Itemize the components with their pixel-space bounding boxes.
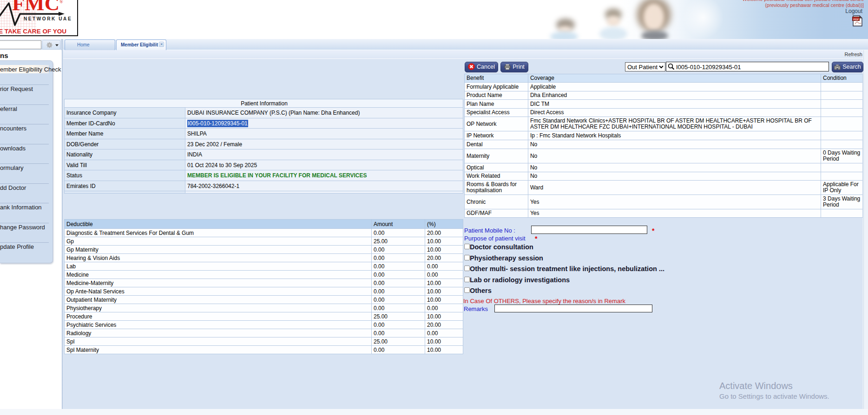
svg-text:®: ® bbox=[59, 0, 63, 4]
svg-text:FMC: FMC bbox=[12, 0, 59, 14]
svg-text:NETWORK UAE: NETWORK UAE bbox=[24, 16, 72, 21]
svg-text:PDF: PDF bbox=[854, 18, 859, 21]
svg-text:E TAKE CARE OF YOU: E TAKE CARE OF YOU bbox=[0, 28, 66, 35]
